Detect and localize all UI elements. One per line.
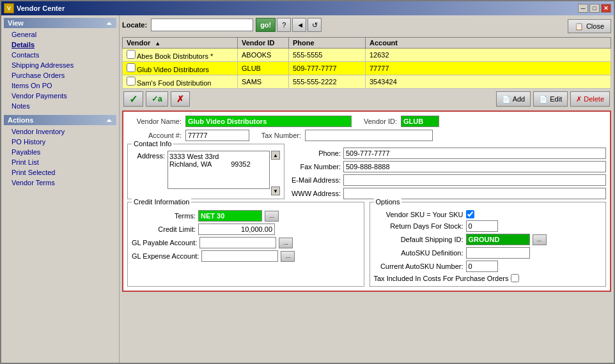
checkmark-button[interactable]: ✓ [123, 91, 143, 107]
add-label: Add [513, 95, 525, 103]
fax-input[interactable] [343, 161, 606, 172]
go-button[interactable]: go! [256, 18, 276, 32]
www-label: WWW Address: [290, 190, 341, 197]
vendor-id-label: Vendor ID: [355, 118, 397, 125]
tax-included-checkbox[interactable] [511, 274, 519, 282]
address-scroll-up[interactable]: ▲ [271, 151, 280, 160]
locate-input[interactable] [151, 19, 253, 31]
terms-input[interactable] [198, 210, 262, 222]
sidebar-item-po-history[interactable]: PO History [4, 137, 116, 147]
sidebar-item-purchase-orders[interactable]: Purchase Orders [4, 70, 116, 80]
fax-label: Fax Number: [290, 163, 341, 171]
col-account[interactable]: Account [366, 38, 611, 49]
phone-input[interactable] [343, 148, 606, 159]
return-days-label: Return Days For Stock: [374, 222, 463, 230]
account-cell: 77777 [366, 62, 611, 75]
credit-info-title: Credit Information [132, 198, 191, 206]
sidebar: View ⏶ General Details Contacts Shipping… [1, 15, 120, 363]
check-a-button[interactable]: ✓a [146, 91, 168, 107]
table-row[interactable]: Abes Book Distributors * ABOOKS 555-5555… [123, 49, 611, 62]
email-label: E-Mail Address: [290, 176, 341, 184]
address-label: Address: [132, 151, 165, 160]
sidebar-item-print-list[interactable]: Print List [4, 157, 116, 167]
view-section-header: View ⏶ [4, 18, 116, 28]
sidebar-item-notes[interactable]: Notes [4, 101, 116, 111]
shipping-browse-button[interactable]: ... [533, 234, 547, 245]
gl-payable-browse-button[interactable]: ... [279, 238, 293, 248]
sidebar-item-details[interactable]: Details [4, 40, 116, 50]
table-row[interactable]: Glub Video Distributors GLUB 509-777-777… [123, 62, 611, 75]
phone-cell: 509-777-7777 [289, 62, 366, 75]
actions-section: Actions ⏶ Vendor Inventory PO History Pa… [4, 115, 116, 188]
sidebar-item-items-on-po[interactable]: Items On PO [4, 80, 116, 91]
autosku-num-label: Current AutoSKU Number: [374, 262, 463, 270]
sidebar-item-vendor-payments[interactable]: Vendor Payments [4, 91, 116, 101]
window-close-button[interactable]: ✕ [601, 4, 611, 13]
terms-label: Terms: [132, 212, 196, 220]
check-a-icon: ✓a [152, 95, 162, 103]
gl-expense-label: GL Expense Account: [132, 252, 199, 260]
sidebar-item-payables[interactable]: Payables [4, 147, 116, 157]
vendor-id-cell: GLUB [238, 62, 289, 75]
address-input[interactable] [167, 151, 270, 189]
table-row[interactable]: Sam's Food Distribution SAMS 555-555-222… [123, 75, 611, 89]
sidebar-item-vendor-terms[interactable]: Vendor Terms [4, 178, 116, 188]
autosku-num-input[interactable] [466, 261, 498, 272]
row-checkbox[interactable] [127, 77, 136, 86]
close-button[interactable]: 📋 Close [568, 19, 611, 33]
account-input[interactable] [185, 130, 249, 141]
close-icon: 📋 [575, 22, 584, 31]
credit-limit-input[interactable] [198, 224, 275, 235]
sidebar-item-print-selected[interactable]: Print Selected [4, 167, 116, 178]
autosku-def-input[interactable] [466, 247, 530, 259]
x-button[interactable]: ✗ [171, 91, 190, 107]
table-actions: ✓ ✓a ✗ 📄 Add 📄 Edit ✗ Delete [122, 89, 611, 109]
phone-cell: 555-555-2222 [289, 75, 366, 89]
gl-payable-input[interactable] [199, 237, 276, 248]
window-title: Vendor Center [17, 4, 65, 12]
col-phone[interactable]: Phone [289, 38, 366, 49]
actions-chevron-icon: ⏶ [106, 117, 113, 124]
gl-expense-input[interactable] [201, 250, 278, 262]
view-section: View ⏶ General Details Contacts Shipping… [4, 18, 116, 111]
vendor-sku-checkbox[interactable] [466, 210, 474, 218]
vendor-table: Vendor ▲ Vendor ID Phone Account Abes Bo… [122, 37, 611, 89]
row-checkbox[interactable] [127, 63, 136, 72]
delete-label: Delete [584, 95, 604, 103]
sidebar-item-general[interactable]: General [4, 29, 116, 40]
account-cell: 12632 [366, 49, 611, 62]
sidebar-item-vendor-inventory[interactable]: Vendor Inventory [4, 126, 116, 137]
add-icon: 📄 [502, 95, 511, 103]
terms-browse-button[interactable]: ... [265, 211, 279, 222]
vendor-name-input[interactable] [185, 116, 352, 127]
edit-button[interactable]: 📄 Edit [533, 91, 568, 107]
edit-icon: 📄 [539, 95, 548, 103]
delete-icon: ✗ [576, 95, 582, 103]
col-vendor-id[interactable]: Vendor ID [238, 38, 289, 49]
tax-number-input[interactable] [305, 130, 433, 141]
tax-number-label: Tax Number: [253, 132, 301, 139]
vendor-id-input[interactable] [401, 116, 439, 127]
back-button[interactable]: ◄ [292, 18, 306, 32]
address-scroll-down[interactable]: ▼ [271, 186, 280, 195]
help-button[interactable]: ? [277, 18, 291, 32]
refresh-button[interactable]: ↺ [308, 18, 322, 32]
sidebar-item-shipping-addresses[interactable]: Shipping Addresses [4, 60, 116, 70]
row-checkbox[interactable] [127, 50, 136, 59]
default-shipping-input[interactable] [466, 234, 530, 245]
maximize-button[interactable]: □ [589, 4, 600, 13]
delete-button[interactable]: ✗ Delete [570, 91, 610, 107]
window-content: View ⏶ General Details Contacts Shipping… [1, 15, 614, 363]
sidebar-item-contacts[interactable]: Contacts [4, 50, 116, 60]
email-input[interactable] [343, 174, 606, 186]
add-button[interactable]: 📄 Add [496, 91, 531, 107]
autosku-def-label: AutoSKU Definition: [374, 249, 463, 257]
col-vendor[interactable]: Vendor ▲ [123, 38, 238, 49]
title-bar-buttons: ─ □ ✕ [578, 4, 611, 13]
gl-expense-browse-button[interactable]: ... [281, 251, 295, 262]
app-icon: V [4, 3, 14, 13]
return-days-input[interactable] [466, 220, 498, 232]
options-title: Options [374, 198, 402, 206]
edit-label: Edit [550, 95, 562, 103]
minimize-button[interactable]: ─ [578, 4, 588, 13]
